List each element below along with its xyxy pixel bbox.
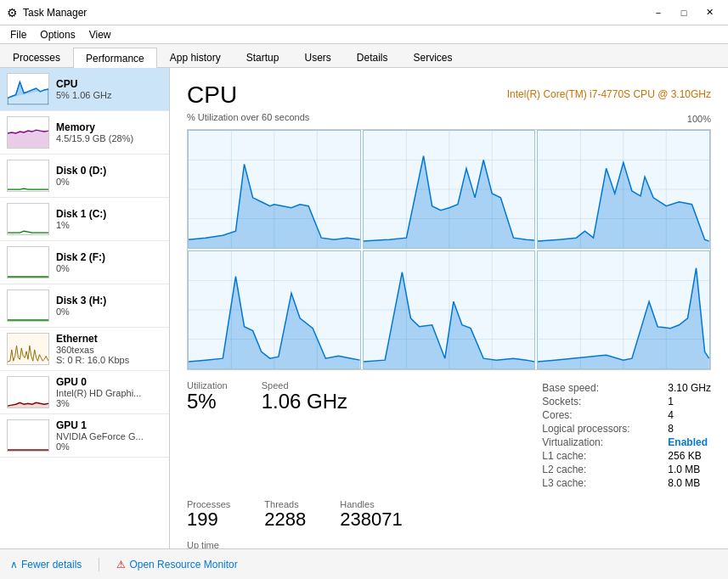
logical-value: 8 [668,423,711,435]
l2-value: 1.0 MB [668,464,711,475]
graph-cell-3 [188,250,361,369]
utilization-value: 5% [187,391,228,413]
disk0-name: Disk 0 (D:) [56,165,162,177]
restore-button[interactable]: □ [672,4,696,21]
speed-group: Speed 1.06 GHz [262,380,347,489]
handles-group: Handles 238071 [340,499,402,530]
graph-cell-5 [537,250,710,369]
minimize-button[interactable]: − [646,4,670,21]
sidebar-item-gpu1[interactable]: GPU 1 NVIDIA GeForce G...0% [0,414,169,458]
resource-monitor-link[interactable]: ⚠ Open Resource Monitor [116,559,237,571]
disk3-thumbnail [7,290,49,322]
threads-value: 2288 [264,509,306,530]
title-bar-left: ⚙ Task Manager [7,6,87,20]
base-speed-label: Base speed: [542,382,661,394]
main-content: CPU 5% 1.06 GHz Memory 4.5/15.9 GB (28%) [0,68,728,548]
menu-bar: File Options View [0,25,728,44]
gpu1-info: GPU 1 NVIDIA GeForce G...0% [56,419,162,452]
uptime-label: Up time [187,540,283,548]
ethernet-stats: 360texasS: 0 R: 16.0 Kbps [56,345,162,365]
menu-file[interactable]: File [3,27,33,42]
threads-group: Threads 2288 [264,499,306,530]
tab-services[interactable]: Services [401,47,466,67]
l1-value: 256 KB [668,450,711,462]
process-stats-row: Processes 199 Threads 2288 Handles 23807… [187,499,711,530]
uptime-group: Up time 4:01:16:28 [187,540,283,548]
tab-performance[interactable]: Performance [73,48,157,68]
disk2-thumbnail [7,246,49,278]
processes-group: Processes 199 [187,499,230,530]
gpu1-thumbnail [7,419,49,452]
graph-cell-0 [188,130,361,249]
sidebar-item-memory[interactable]: Memory 4.5/15.9 GB (28%) [0,111,169,155]
app-icon: ⚙ [7,6,18,20]
tab-processes[interactable]: Processes [0,47,73,67]
graph-cell-2 [537,130,710,249]
memory-info: Memory 4.5/15.9 GB (28%) [56,121,162,143]
disk3-stats: 0% [56,306,162,317]
window-title: Task Manager [23,7,87,19]
detail-header: CPU Intel(R) Core(TM) i7-4770S CPU @ 3.1… [187,82,711,109]
disk2-name: Disk 2 (F:) [56,251,162,263]
logical-label: Logical processors: [542,423,661,435]
tab-users[interactable]: Users [291,47,343,67]
l3-value: 8.0 MB [668,477,711,489]
sidebar-item-disk3[interactable]: Disk 3 (H:) 0% [0,284,169,328]
l3-label: L3 cache: [542,477,661,489]
disk1-info: Disk 1 (C:) 1% [56,208,162,230]
sidebar-item-disk2[interactable]: Disk 2 (F:) 0% [0,241,169,284]
tab-details[interactable]: Details [344,47,401,67]
cpu-stats: 5% 1.06 GHz [56,90,162,100]
graph-label: % Utilization over 60 seconds [187,112,309,122]
memory-thumbnail [7,116,49,149]
close-button[interactable]: ✕ [697,4,721,21]
sidebar-item-cpu[interactable]: CPU 5% 1.06 GHz [0,68,169,111]
gpu1-name: GPU 1 [56,419,162,431]
stats-row: Utilization 5% Speed 1.06 GHz Base speed… [187,380,711,489]
svg-marker-23 [538,162,709,248]
tab-app-history[interactable]: App history [157,47,234,67]
speed-value: 1.06 GHz [262,391,347,413]
handles-value: 238071 [340,509,402,530]
graph-max: 100% [687,114,711,124]
disk3-name: Disk 3 (H:) [56,295,162,306]
sidebar-item-disk0[interactable]: Disk 0 (D:) 0% [0,155,169,198]
disk0-info: Disk 0 (D:) 0% [56,165,162,187]
gpu0-name: GPU 0 [56,376,162,388]
detail-title: CPU [187,82,237,109]
base-speed-value: 3.10 GHz [668,382,711,394]
menu-options[interactable]: Options [33,27,82,42]
processes-value: 199 [187,509,230,530]
sockets-value: 1 [668,396,711,408]
svg-marker-0 [8,82,48,104]
gpu0-thumbnail [7,376,49,408]
cpu-info-grid: Base speed: 3.10 GHz Sockets: 1 Cores: 4… [542,382,711,489]
ethernet-thumbnail [7,333,49,365]
sidebar-item-ethernet[interactable]: Ethernet 360texasS: 0 R: 16.0 Kbps [0,328,169,371]
disk2-info: Disk 2 (F:) 0% [56,251,162,273]
bottom-bar: ∧ Fewer details ⚠ Open Resource Monitor [0,548,728,579]
disk1-name: Disk 1 (C:) [56,208,162,220]
separator [99,558,99,571]
ethernet-name: Ethernet [56,333,162,345]
cpu-graph-grid [187,129,711,370]
fewer-details-link[interactable]: ∧ Fewer details [10,559,82,571]
sockets-label: Sockets: [542,396,661,408]
virt-value: Enabled [668,436,711,448]
utilization-group: Utilization 5% [187,380,228,489]
uptime-row: Up time 4:01:16:28 [187,540,711,548]
detail-subtitle: Intel(R) Core(TM) i7-4770S CPU @ 3.10GHz [507,88,711,100]
tab-startup[interactable]: Startup [234,47,292,67]
disk3-info: Disk 3 (H:) 0% [56,295,162,317]
sidebar-item-gpu0[interactable]: GPU 0 Intel(R) HD Graphi...3% [0,371,169,414]
monitor-icon: ⚠ [116,559,126,571]
sidebar-item-disk1[interactable]: Disk 1 (C:) 1% [0,198,169,241]
gpu1-stats: NVIDIA GeForce G...0% [56,431,162,452]
menu-view[interactable]: View [82,27,118,42]
cores-value: 4 [668,409,711,421]
cpu-thumbnail [7,73,49,105]
memory-name: Memory [56,121,162,133]
ethernet-info: Ethernet 360texasS: 0 R: 16.0 Kbps [56,333,162,365]
gpu0-stats: Intel(R) HD Graphi...3% [56,388,162,408]
l1-label: L1 cache: [542,450,661,462]
